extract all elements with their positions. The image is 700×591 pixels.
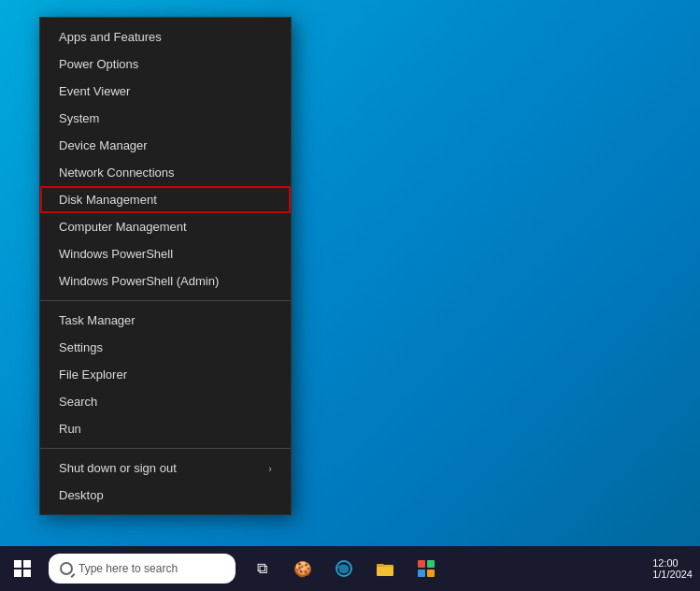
search-icon [60, 562, 73, 575]
menu-item-label-run: Run [59, 422, 272, 436]
menu-item-desktop[interactable]: Desktop [40, 482, 291, 509]
menu-item-label-system: System [59, 111, 272, 125]
menu-item-label-event-viewer: Event Viewer [59, 84, 272, 98]
menu-item-label-file-explorer: File Explorer [59, 368, 272, 382]
taskbar-icon-widgets[interactable]: 🍪 [284, 546, 321, 591]
taskbar-icons-group: ⧉ 🍪 [243, 546, 445, 591]
menu-item-label-windows-powershell-admin: Windows PowerShell (Admin) [59, 274, 272, 288]
menu-item-label-device-manager: Device Manager [59, 138, 272, 152]
svg-rect-3 [427, 560, 435, 568]
taskbar: Type here to search ⧉ 🍪 12:001/1/2024 [0, 546, 700, 591]
menu-divider [40, 448, 291, 449]
taskbar-system-tray: 12:001/1/2024 [652, 557, 700, 580]
taskbar-icon-file-explorer[interactable] [366, 546, 404, 591]
menu-item-task-manager[interactable]: Task Manager [40, 307, 291, 334]
svg-rect-4 [418, 569, 425, 577]
menu-item-windows-powershell[interactable]: Windows PowerShell [40, 240, 291, 267]
menu-item-label-desktop: Desktop [59, 488, 272, 502]
context-menu: Apps and FeaturesPower OptionsEvent View… [39, 17, 292, 515]
taskbar-icon-task-view[interactable]: ⧉ [243, 546, 280, 591]
taskbar-icon-store[interactable] [407, 546, 445, 591]
menu-item-settings[interactable]: Settings [40, 334, 291, 361]
svg-rect-5 [427, 569, 435, 577]
menu-divider [40, 300, 291, 301]
submenu-arrow-icon: › [268, 463, 272, 474]
menu-item-label-settings: Settings [59, 340, 272, 354]
menu-item-label-power-options: Power Options [59, 57, 272, 71]
menu-item-computer-management[interactable]: Computer Management [40, 213, 291, 240]
menu-item-event-viewer[interactable]: Event Viewer [40, 78, 291, 105]
taskbar-search[interactable]: Type here to search [49, 554, 236, 584]
clock: 12:001/1/2024 [652, 557, 693, 580]
menu-item-system[interactable]: System [40, 105, 291, 132]
menu-item-label-disk-management: Disk Management [59, 193, 272, 207]
menu-item-windows-powershell-admin[interactable]: Windows PowerShell (Admin) [40, 267, 291, 295]
menu-item-apps-features[interactable]: Apps and Features [40, 23, 291, 50]
svg-rect-2 [418, 560, 425, 568]
menu-item-label-apps-features: Apps and Features [59, 30, 272, 44]
menu-item-shut-down[interactable]: Shut down or sign out› [40, 454, 291, 482]
start-button[interactable] [0, 546, 45, 591]
menu-item-label-shut-down: Shut down or sign out [59, 461, 268, 475]
taskbar-search-placeholder: Type here to search [79, 562, 178, 575]
menu-item-label-computer-management: Computer Management [59, 220, 272, 234]
menu-item-disk-management[interactable]: Disk Management [40, 186, 291, 213]
menu-item-search[interactable]: Search [40, 388, 291, 415]
menu-item-label-task-manager: Task Manager [59, 313, 272, 327]
menu-item-label-search: Search [59, 395, 272, 409]
windows-logo-icon [14, 560, 31, 577]
menu-item-run[interactable]: Run [40, 415, 291, 442]
menu-item-network-connections[interactable]: Network Connections [40, 159, 291, 186]
menu-item-power-options[interactable]: Power Options [40, 50, 291, 78]
menu-item-device-manager[interactable]: Device Manager [40, 132, 291, 159]
menu-item-label-network-connections: Network Connections [59, 166, 272, 180]
menu-item-label-windows-powershell: Windows PowerShell [59, 247, 272, 261]
taskbar-icon-edge[interactable] [325, 546, 363, 591]
menu-item-file-explorer[interactable]: File Explorer [40, 361, 291, 388]
